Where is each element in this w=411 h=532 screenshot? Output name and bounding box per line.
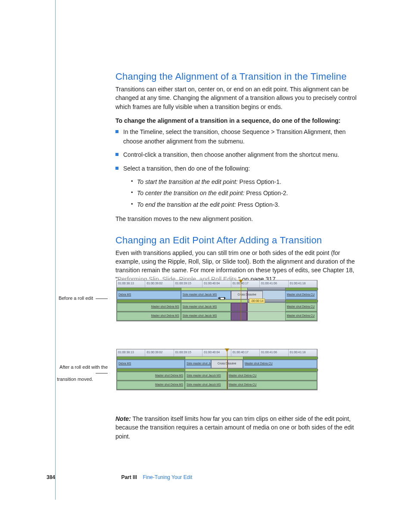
ruler-tick: 01:00:41:18 <box>289 280 317 287</box>
page: Changing the Alignment of a Transition i… <box>0 0 411 532</box>
clip-video[interactable]: Master shot Debra CU <box>243 360 317 368</box>
note-body: The transition itself limits how far you… <box>115 415 354 440</box>
content-column: Changing the Alignment of a Transition i… <box>115 71 357 447</box>
page-number: 384 <box>47 474 55 480</box>
bullet-item: Select a transition, then do one of the … <box>115 164 357 210</box>
edit-line <box>247 291 248 299</box>
bullet-item: Control-click a transition, then choose … <box>115 150 357 160</box>
playhead-line <box>227 349 227 390</box>
label-rule <box>96 299 108 299</box>
audio-track[interactable]: Master shot Debra MS Side master shot Ja… <box>117 372 317 381</box>
clip-audio[interactable]: Master shot Debra MS <box>117 312 181 320</box>
clip-audio[interactable]: Side master shot Jacob MS <box>185 381 227 389</box>
sub-item: To start the transition at the edit poin… <box>123 176 357 188</box>
figure-label-text: transition moved. <box>57 376 108 383</box>
note-paragraph: Note: The transition itself limits how f… <box>115 414 357 441</box>
sub-rest: Press Option-1. <box>238 178 281 185</box>
left-margin-rule <box>55 0 56 500</box>
sub-rest: Press Option-3. <box>236 201 280 208</box>
section2-paragraph: Even with transitions applied, you can s… <box>115 249 357 283</box>
figure-label-before: Before a roll edit <box>57 296 108 302</box>
clip-audio[interactable]: Master shot Debra MS <box>117 381 185 389</box>
clip-audio[interactable]: Master shot Debra CU <box>227 372 317 380</box>
section1-lead: To change the alignment of a transition … <box>115 117 357 124</box>
figure-label-after: After a roll edit with the transition mo… <box>47 364 108 382</box>
sub-italic: To end the transition at the edit point: <box>137 201 236 208</box>
thin-bar <box>117 300 317 303</box>
ruler-tick: 01:00:41:06 <box>260 349 288 356</box>
clip-audio[interactable]: Side master shot Jacob MS <box>185 372 227 380</box>
bullet-item: In the Timeline, select the transition, … <box>115 128 357 146</box>
sub-italic: To start the transition at the edit poin… <box>137 178 238 185</box>
heading-section1: Changing the Alignment of a Transition i… <box>115 71 357 82</box>
clip-audio-selected[interactable] <box>231 312 247 320</box>
thin-bar <box>117 357 317 360</box>
ruler-tick: 01:00:41:06 <box>260 280 288 287</box>
timeline-after: 01:00:38:13 01:00:39:02 01:00:39:15 01:0… <box>116 349 318 390</box>
clip-audio[interactable]: Side master shot Jacob MS <box>181 303 231 311</box>
playhead-icon[interactable] <box>239 280 243 283</box>
audio-track[interactable]: Master shot Debra MS Side master shot Ja… <box>117 381 317 390</box>
label-rule <box>96 373 108 373</box>
ruler-tick: 01:00:40:04 <box>202 280 231 287</box>
section1-paragraph: Transitions can either start on, center … <box>115 85 357 111</box>
clip-audio[interactable]: Master shot Debra MS <box>117 372 185 380</box>
playhead-icon[interactable] <box>225 348 229 352</box>
clip-video[interactable]: Debra MS <box>117 291 181 299</box>
edit-line <box>247 303 248 311</box>
clip-video[interactable]: Debra MS <box>117 360 185 368</box>
ruler-tick: 01:00:39:15 <box>174 349 202 356</box>
note-label: Note: <box>115 415 131 422</box>
playhead-line <box>241 280 241 321</box>
ruler-tick: 01:00:40:17 <box>231 349 260 356</box>
heading-section2: Changing an Edit Point After Adding a Tr… <box>115 235 357 246</box>
roll-cursor-icon <box>219 296 225 300</box>
ruler-tick: 01:00:40:17 <box>231 280 260 287</box>
ruler-tick: 01:00:39:02 <box>145 349 174 356</box>
timeline-before: 01:00:38:13 01:00:39:02 01:00:39:15 01:0… <box>116 280 318 321</box>
clip-audio-selected[interactable] <box>231 303 247 311</box>
timecode-flag: -00:00:14 <box>249 299 265 303</box>
edit-line <box>231 291 231 299</box>
clip-audio[interactable]: Master shot Debra CU <box>285 303 317 311</box>
figure-label-text: Before a roll edit <box>59 296 93 301</box>
sub-italic: To center the transition on the edit poi… <box>137 190 244 196</box>
bullet-text: Select a transition, then do one of the … <box>123 165 250 172</box>
ruler-tick: 01:00:39:15 <box>174 280 202 287</box>
timeline-ruler: 01:00:38:13 01:00:39:02 01:00:39:15 01:0… <box>117 280 317 288</box>
edit-line <box>247 312 248 320</box>
clip-audio[interactable]: Master shot Debra CU <box>227 381 317 389</box>
footer-part: Part III <box>121 474 137 480</box>
sub-item: To center the transition on the edit poi… <box>123 187 357 199</box>
figure-label-text: After a roll edit with the <box>59 364 108 370</box>
clip-video[interactable]: Side master shot Jacob MS <box>185 360 211 368</box>
sub-rest: Press Option-2. <box>244 190 288 196</box>
page-footer: 384 Part III Fine-Tuning Your Edit <box>47 474 192 480</box>
clip-audio[interactable]: Side master shot Jacob MS <box>181 312 231 320</box>
ruler-tick: 01:00:41:18 <box>289 349 317 356</box>
section1-after: The transition moves to the new alignmen… <box>115 215 357 223</box>
thin-bar <box>117 369 317 372</box>
ruler-tick: 01:00:39:02 <box>145 280 174 287</box>
ruler-tick: 01:00:38:13 <box>117 280 145 287</box>
video-track[interactable]: Debra MS Side master shot Jacob MS Cross… <box>117 360 317 369</box>
timeline-ruler: 01:00:38:13 01:00:39:02 01:00:39:15 01:0… <box>117 349 317 357</box>
thin-bar <box>117 288 317 291</box>
footer-title: Fine-Tuning Your Edit <box>143 474 192 480</box>
bullet-list: In the Timeline, select the transition, … <box>115 128 357 211</box>
audio-track[interactable]: Master shot Debra MS Side master shot Ja… <box>117 303 317 312</box>
clip-audio[interactable]: Master shot Debra CU <box>285 312 317 320</box>
video-track[interactable]: Debra MS Side master shot Jacob MS Cross… <box>117 291 317 300</box>
sub-item: To end the transition at the edit point:… <box>123 199 357 211</box>
sub-list: To start the transition at the edit poin… <box>123 176 357 211</box>
clip-audio[interactable]: Master shot Debra MS <box>117 303 181 311</box>
audio-track[interactable]: Master shot Debra MS Side master shot Ja… <box>117 312 317 321</box>
ruler-tick: 01:00:38:13 <box>117 349 145 356</box>
clip-video[interactable]: Master shot Debra CU <box>285 291 317 299</box>
